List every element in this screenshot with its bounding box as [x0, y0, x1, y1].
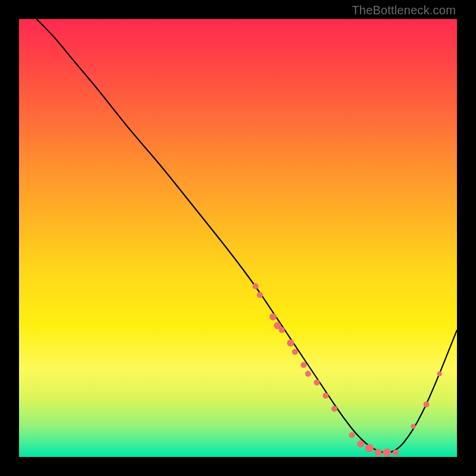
data-marker: [279, 327, 285, 333]
data-marker: [357, 440, 364, 447]
marker-group: [252, 283, 441, 457]
bottleneck-curve: [36, 19, 457, 453]
watermark-text: TheBottleneck.com: [352, 4, 456, 17]
data-marker: [305, 371, 311, 377]
data-marker: [375, 449, 382, 456]
data-marker: [270, 314, 277, 321]
data-marker: [349, 432, 355, 438]
data-marker: [300, 362, 306, 368]
data-marker: [437, 371, 442, 376]
chart-container: TheBottleneck.com: [0, 0, 476, 476]
data-marker: [257, 292, 263, 298]
data-marker: [322, 393, 328, 399]
data-marker: [314, 380, 320, 386]
plot-area: [19, 19, 457, 457]
data-marker: [365, 444, 374, 452]
data-marker: [252, 283, 258, 289]
data-marker: [411, 424, 415, 429]
data-marker: [393, 450, 399, 456]
data-marker: [424, 402, 430, 408]
data-marker: [331, 406, 337, 412]
chart-svg: [19, 19, 457, 457]
data-marker: [292, 349, 298, 355]
data-marker: [287, 340, 294, 347]
data-marker: [383, 449, 391, 457]
